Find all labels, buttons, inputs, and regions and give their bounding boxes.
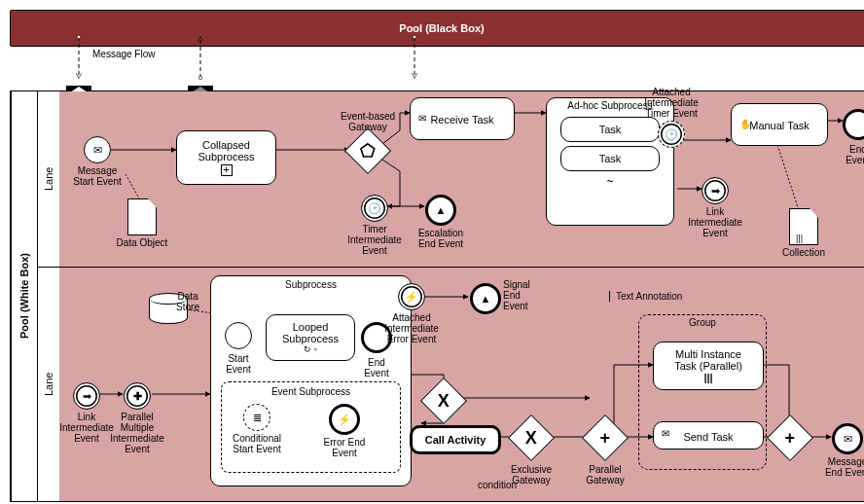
receive-task[interactable]: ✉ Receive Task	[410, 97, 515, 140]
expanded-subprocess[interactable]: Subprocess Start Event Looped Subprocess…	[210, 275, 412, 486]
parallel-gateway-join[interactable]: +	[774, 421, 807, 454]
lane-label: Lane	[37, 268, 59, 501]
message-start-event[interactable]: ✉ Message Start Event	[84, 136, 111, 163]
attached-timer-event[interactable]: 🕑 Attached Intermediate Timer Event	[658, 121, 685, 148]
message-end-event[interactable]: ✉ Message End Event	[832, 423, 863, 454]
collapsed-subprocess[interactable]: Collapsed Subprocess +	[176, 130, 276, 185]
timer-intermediate-event[interactable]: 🕑 Timer Intermediate Event	[361, 195, 388, 222]
attached-error-event[interactable]: ⚡ Attached Intermediate Error Event	[398, 283, 425, 310]
text-annotation: Text Annotation	[609, 291, 682, 302]
parallel-multiple-intermediate-event[interactable]: ✚ Parallel Multiple Intermediate Event	[124, 382, 151, 410]
link-intermediate-event-lane2[interactable]: ➡ Link Intermediate Event	[73, 382, 100, 410]
pool-white-box: Pool (White Box) Lane	[10, 90, 864, 502]
data-object: Data Object	[127, 198, 157, 235]
looped-subprocess[interactable]: Looped Subprocess ↻ ▫	[266, 314, 355, 361]
adhoc-task-1[interactable]: Task	[560, 117, 660, 142]
parallel-gateway-split[interactable]: + Parallel Gateway	[589, 421, 622, 454]
call-activity[interactable]: Call Activity	[410, 425, 501, 454]
event-based-gateway[interactable]: ⬠ Event-based Gateway	[351, 134, 384, 167]
send-task[interactable]: ✉ Send Task	[653, 421, 764, 450]
data-store: Data Store	[149, 293, 188, 324]
lane-2: Lane	[37, 268, 864, 501]
event-subprocess[interactable]: Event Subprocess ≣ Conditional Start Eve…	[221, 381, 401, 473]
error-end-event[interactable]: ⚡ Error End Event	[329, 404, 360, 435]
end-event[interactable]: End Event	[843, 109, 864, 142]
exclusive-gateway[interactable]: X Exclusive Gateway	[515, 421, 548, 454]
lane-label: Lane	[37, 91, 59, 267]
lane-1: Lane	[37, 91, 864, 268]
pool-black-box: Pool (Black Box)	[10, 10, 864, 47]
message-flow-label: Message Flow	[92, 49, 155, 59]
signal-end-event[interactable]: ▲ Signal End Event	[470, 283, 501, 314]
multi-instance-task[interactable]: Multi Instance Task (Parallel) |||	[653, 342, 764, 390]
manual-task[interactable]: ✋ Manual Task	[731, 103, 828, 146]
collection-data-object: ||| Collection	[789, 208, 818, 245]
conditional-start-event[interactable]: ≣ Conditional Start Event	[243, 404, 270, 431]
svg-line-12	[777, 145, 799, 210]
pool-label: Pool (White Box)	[11, 91, 37, 501]
adhoc-task-2[interactable]: Task	[560, 146, 660, 171]
decision-gateway[interactable]: X	[427, 384, 460, 417]
escalation-end-event[interactable]: ▲ Escalation End Event	[425, 195, 456, 226]
link-intermediate-event[interactable]: ➡ Link Intermediate Event	[702, 177, 729, 204]
subprocess-start-event[interactable]: Start Event	[225, 322, 252, 351]
